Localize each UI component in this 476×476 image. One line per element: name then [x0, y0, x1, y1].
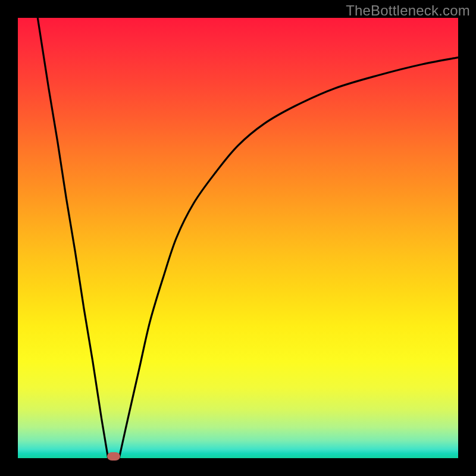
plot-area — [18, 18, 458, 458]
curve-path — [37, 18, 458, 458]
chart-frame: TheBottleneck.com — [0, 0, 476, 476]
minimum-marker — [107, 452, 120, 461]
watermark-text: TheBottleneck.com — [346, 2, 470, 19]
bottleneck-curve — [18, 18, 458, 458]
